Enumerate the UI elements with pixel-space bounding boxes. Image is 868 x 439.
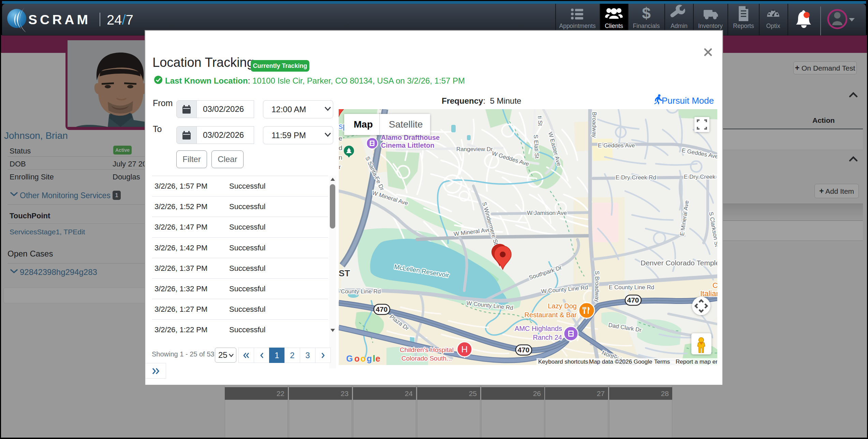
- svg-text:n: n: [339, 154, 342, 161]
- svg-text:Appointments: Appointments: [559, 23, 595, 29]
- svg-text:e: e: [376, 354, 380, 363]
- svg-text:470: 470: [376, 305, 387, 313]
- svg-text:E Geddes Ave: E Geddes Ave: [598, 142, 635, 149]
- svg-text:Optix: Optix: [766, 23, 780, 29]
- svg-text:r: r: [339, 163, 341, 171]
- svg-text:Inventory: Inventory: [698, 23, 723, 29]
- svg-text:Clients: Clients: [605, 23, 623, 29]
- svg-text:S Elati St: S Elati St: [532, 134, 540, 159]
- svg-text:Ranch 24: Ranch 24: [533, 334, 562, 341]
- svg-text:ti St: ti St: [536, 116, 544, 126]
- svg-text:Map data ©2026 Google: Map data ©2026 Google: [589, 358, 652, 365]
- svg-text:Restaurant & Bar: Restaurant & Bar: [525, 311, 577, 319]
- svg-text:Children's Hospital: Children's Hospital: [400, 346, 454, 353]
- svg-text:470: 470: [517, 346, 529, 354]
- svg-text:o: o: [354, 354, 359, 363]
- svg-text:ST: ST: [339, 268, 350, 278]
- svg-text:$: $: [642, 4, 651, 22]
- svg-text:Financials: Financials: [633, 23, 660, 29]
- svg-text:C: C: [712, 281, 717, 290]
- svg-text:o: o: [361, 354, 366, 363]
- svg-text:Satellite: Satellite: [389, 119, 423, 130]
- svg-text:G: G: [346, 354, 353, 363]
- svg-text:E Dry Creek Rd: E Dry Creek Rd: [616, 174, 656, 181]
- svg-text:H: H: [461, 344, 468, 354]
- svg-text:470: 470: [627, 296, 639, 304]
- svg-text:S Broadway: S Broadway: [594, 271, 600, 302]
- svg-text:Cinema Littleton: Cinema Littleton: [381, 142, 435, 149]
- svg-text:g: g: [367, 354, 372, 363]
- svg-text:'County Line Rd: 'County Line Rd: [340, 288, 381, 295]
- svg-text:e: e: [339, 135, 342, 142]
- svg-text:Reports: Reports: [733, 23, 754, 29]
- svg-text:Rangeview Dr: Rangeview Dr: [456, 146, 493, 152]
- svg-text:Broadway: Broadway: [591, 112, 598, 138]
- svg-text:Italian: Italian: [700, 289, 717, 298]
- svg-text:Report a map error: Report a map error: [676, 358, 717, 365]
- svg-text:E Dry Creek F: E Dry Creek F: [684, 174, 717, 180]
- svg-text:Keyboard shortcuts: Keyboard shortcuts: [538, 358, 588, 365]
- svg-text:Lazy Dog: Lazy Dog: [548, 302, 577, 310]
- svg-text:Denver Colorado Temple: Denver Colorado Temple: [641, 259, 717, 267]
- svg-text:l: l: [373, 354, 375, 363]
- svg-text:Admin: Admin: [671, 23, 688, 29]
- svg-text:Colorado South...: Colorado South...: [401, 355, 452, 362]
- svg-text:Terms: Terms: [654, 358, 670, 365]
- svg-text:Map: Map: [354, 119, 373, 130]
- svg-text:E County Line Rd: E County Line Rd: [609, 284, 654, 291]
- svg-text:AMC Highlands: AMC Highlands: [515, 325, 562, 332]
- svg-text:W Jamison Ave: W Jamison Ave: [527, 210, 567, 216]
- svg-text:d: d: [339, 144, 342, 151]
